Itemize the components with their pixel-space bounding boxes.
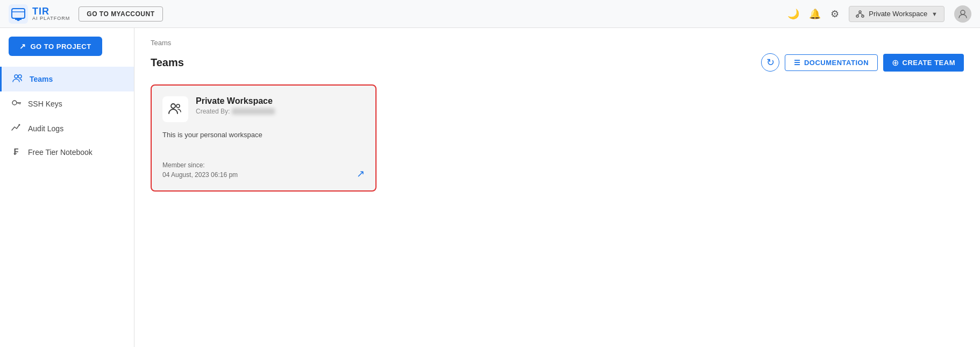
sidebar: ↗ GO TO PROJECT Teams <box>0 28 134 347</box>
svg-point-12 <box>18 75 22 78</box>
team-created-by: Created By: <box>196 108 365 115</box>
team-card-header: Private Workspace Created By: <box>162 96 365 122</box>
workspace-label: Private Workspace <box>869 10 927 18</box>
documentation-button[interactable]: ☰ DOCUMENTATION <box>785 54 878 71</box>
sidebar-item-teams-label: Teams <box>30 75 53 83</box>
logo-text: TIR AI PLATFORM <box>32 6 70 21</box>
free-tier-icon: ₣ <box>11 147 22 157</box>
main-actions: ↻ ☰ DOCUMENTATION ⊕ CREATE TEAM <box>761 53 964 72</box>
svg-point-13 <box>12 101 17 105</box>
breadcrumb: Teams <box>151 39 964 47</box>
plus-icon: ⊕ <box>892 58 899 68</box>
sidebar-item-ssh-keys-label: SSH Keys <box>28 100 62 108</box>
sidebar-item-audit-logs-label: Audit Logs <box>28 124 63 133</box>
page-title: Teams <box>151 56 184 69</box>
audit-logs-icon <box>11 123 22 134</box>
svg-point-10 <box>961 10 965 15</box>
team-card-private-workspace[interactable]: Private Workspace Created By: This is yo… <box>151 84 377 192</box>
header-right: 🌙 🔔 ⚙ Private Workspace ▼ <box>787 5 971 23</box>
svg-line-9 <box>860 13 863 15</box>
go-to-project-button[interactable]: ↗ GO TO PROJECT <box>9 37 102 56</box>
header-left: TIR AI PLATFORM GO TO MYACCOUNT <box>9 4 163 24</box>
svg-line-8 <box>857 13 860 15</box>
user-avatar[interactable] <box>954 5 971 23</box>
refresh-button[interactable]: ↻ <box>761 53 779 72</box>
main-content: Teams Teams ↻ ☰ DOCUMENTATION ⊕ CREATE T… <box>134 28 980 347</box>
logo-icon <box>9 4 28 24</box>
svg-point-6 <box>856 15 858 17</box>
member-since: Member since: 04 August, 2023 06:16 pm <box>162 160 238 180</box>
team-card-footer: Member since: 04 August, 2023 06:16 pm ↗ <box>162 160 365 180</box>
team-group-icon <box>167 101 184 118</box>
svg-point-17 <box>19 124 20 126</box>
key-icon <box>11 98 22 110</box>
logo-sub: AI PLATFORM <box>32 16 70 21</box>
sidebar-item-teams[interactable]: Teams <box>0 67 134 91</box>
workspace-dropdown[interactable]: Private Workspace ▼ <box>849 6 945 22</box>
member-since-date: 04 August, 2023 06:16 pm <box>162 170 238 180</box>
refresh-icon: ↻ <box>766 56 775 68</box>
svg-point-7 <box>862 15 864 17</box>
gear-icon[interactable]: ⚙ <box>830 8 839 20</box>
logo: TIR AI PLATFORM <box>9 4 70 24</box>
team-info: Private Workspace Created By: <box>196 96 365 115</box>
chevron-down-icon: ▼ <box>932 11 938 17</box>
svg-point-18 <box>171 104 175 108</box>
sidebar-item-free-tier[interactable]: ₣ Free Tier Notebook <box>0 141 134 164</box>
teams-icon <box>12 73 23 85</box>
team-name: Private Workspace <box>196 96 365 106</box>
create-team-button[interactable]: ⊕ CREATE TEAM <box>883 54 964 72</box>
layout: ↗ GO TO PROJECT Teams <box>0 28 980 347</box>
svg-point-11 <box>15 75 18 78</box>
svg-point-5 <box>859 11 861 13</box>
sidebar-item-ssh-keys[interactable]: SSH Keys <box>0 91 134 116</box>
open-link-icon[interactable]: ↗ <box>357 168 365 180</box>
workspace-network-icon <box>856 10 864 18</box>
moon-icon[interactable]: 🌙 <box>787 8 799 20</box>
created-by-value-blurred <box>232 108 275 115</box>
main-header: Teams ↻ ☰ DOCUMENTATION ⊕ CREATE TEAM <box>151 53 964 72</box>
svg-point-19 <box>176 104 180 108</box>
team-icon-wrapper <box>162 96 188 122</box>
documentation-icon: ☰ <box>794 59 801 67</box>
sidebar-item-free-tier-label: Free Tier Notebook <box>28 148 93 157</box>
arrow-up-right-icon: ↗ <box>19 42 26 51</box>
bell-icon[interactable]: 🔔 <box>809 8 821 20</box>
logo-tir: TIR <box>32 6 70 16</box>
header: TIR AI PLATFORM GO TO MYACCOUNT 🌙 🔔 ⚙ Pr… <box>0 0 980 28</box>
team-description: This is your personal workspace <box>162 131 365 139</box>
sidebar-item-audit-logs[interactable]: Audit Logs <box>0 116 134 141</box>
go-myaccount-button[interactable]: GO TO MYACCOUNT <box>79 6 162 22</box>
